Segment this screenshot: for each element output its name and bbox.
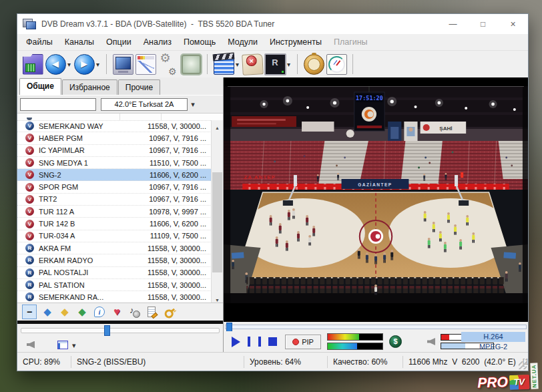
current-channel-status: SNG-2 (BISS/EBU) (71, 356, 244, 368)
teletext-screen-button[interactable] (180, 52, 202, 76)
menu-item-help[interactable]: Помощь (178, 35, 222, 49)
record-dot-icon (292, 339, 299, 345)
scroll-down-icon[interactable] (212, 292, 223, 303)
key-button[interactable] (160, 303, 178, 321)
settings-gears-button[interactable] (157, 52, 180, 76)
list-scrollbar[interactable] (211, 120, 223, 303)
pip-label: PIP (302, 338, 314, 346)
seek-slider-thumb[interactable] (226, 323, 232, 332)
seek-slider[interactable] (225, 325, 527, 329)
channel-row[interactable]: V TRT2 10967, V, 7916 ... (17, 194, 212, 206)
channel-row[interactable]: V SEMERKAND WAY 11558, V, 30000... (17, 120, 212, 132)
channel-row[interactable]: V IC YAPIMLAR 10967, V, 7916 ... (17, 145, 212, 157)
tv-channel-icon: V (25, 158, 34, 167)
scrollbar-thumb[interactable] (212, 172, 222, 272)
channel-name: SPOR PGM (39, 183, 142, 191)
audio-track-button[interactable] (127, 305, 141, 319)
channel-search-input[interactable] (20, 98, 96, 111)
video-panel: ŞAHİ ALONU 17:51:20 (224, 77, 528, 352)
previous-channel-icon (45, 54, 66, 75)
signal-level-bar (327, 333, 383, 341)
menu-item-tools[interactable]: Инструменты (264, 35, 328, 49)
diamond-blue-button[interactable] (41, 305, 54, 319)
diamond-yellow-button[interactable] (58, 305, 71, 319)
close-button[interactable]: × (498, 14, 528, 34)
channel-frequency: 11558, V, 30000... (142, 293, 206, 301)
channel-row[interactable]: V TUR 112 A 10978, V, 9997 ... (17, 206, 212, 218)
stopwatch-button[interactable] (302, 52, 325, 76)
minimize-button[interactable]: — (438, 14, 468, 34)
menu-item-modules[interactable]: Модули (222, 35, 264, 49)
tab-others[interactable]: Прочие (118, 79, 160, 95)
tab-general[interactable]: Общие (19, 78, 61, 95)
satellite-dropdown-caret[interactable] (188, 100, 198, 109)
video-window-button[interactable] (111, 52, 134, 76)
info-balloon-button[interactable] (93, 305, 106, 319)
channel-frequency: 10978, V, 9997 ... (142, 208, 206, 216)
osd-menu-icon[interactable] (57, 341, 68, 349)
edit-page-button[interactable] (145, 305, 158, 319)
volume-slider[interactable] (21, 328, 220, 333)
menu-item-channels[interactable]: Каналы (59, 35, 100, 49)
channel-row[interactable]: V HABER PGM 10967, V, 7916 ... (17, 132, 212, 144)
record-monitor-button[interactable] (264, 52, 286, 76)
channel-row[interactable]: V TUR-034 A 11109, V, 7500 ... (17, 230, 212, 242)
window-title: DVB Dream v3.7.1 - BDA (DVB-Satellite) -… (41, 19, 274, 29)
channel-row[interactable]: V SNG-2 11606, V, 6200 ... (17, 169, 212, 181)
epg-window-button[interactable] (134, 52, 157, 76)
watermark-pro-text: PRO (477, 374, 508, 391)
collapse-button[interactable] (22, 305, 37, 319)
channel-name: SNG MEDYA 1 (39, 159, 142, 167)
dropdown-caret[interactable]: ▾ (234, 61, 241, 68)
channel-frequency: 11558, V, 30000... (142, 281, 206, 289)
delete-eraser-icon (242, 53, 264, 75)
next-channel-button[interactable] (73, 52, 95, 76)
menu-item-analysis[interactable]: Анализ (138, 35, 178, 49)
dropdown-caret[interactable]: ▾ (285, 61, 292, 68)
channel-name: PAL NOSTALJI (39, 268, 142, 276)
stop-button[interactable] (268, 337, 277, 346)
signal-level-status: Уровень: 64% (244, 356, 328, 368)
maximize-button[interactable]: □ (468, 14, 498, 34)
scroll-up-icon[interactable] (212, 120, 223, 130)
channel-row[interactable]: V SPOR PGM 10967, V, 7916 ... (17, 181, 212, 193)
channel-row[interactable]: V SNG MEDYA 1 11510, V, 7500 ... (17, 157, 212, 169)
channel-row[interactable]: R PAL NOSTALJI 11558, V, 30000... (17, 267, 212, 279)
dropdown-caret[interactable]: ▾ (94, 61, 101, 68)
speaker-icon[interactable] (27, 341, 35, 349)
menu-item-files[interactable]: Файлы (20, 35, 59, 49)
arena-scene: ŞAHİ ALONU 17:51:20 (224, 77, 528, 322)
play-button[interactable] (232, 337, 240, 347)
scheduler-clock-button[interactable] (325, 52, 348, 76)
video-frame[interactable]: ŞAHİ ALONU 17:51:20 (224, 77, 528, 322)
channel-row[interactable]: R SEMERKAND RA... 11558, V, 30000... (17, 291, 212, 303)
mute-speaker-icon[interactable] (427, 338, 435, 345)
video-codec-label: H.264 (461, 332, 525, 342)
delete-eraser-button[interactable] (241, 52, 264, 76)
menu-item-options[interactable]: Опции (100, 35, 138, 49)
channel-name: PAL STATION (39, 281, 142, 289)
next-channel-icon (74, 54, 95, 75)
diamond-green-button[interactable] (75, 305, 89, 319)
title-bar[interactable]: DVB Dream v3.7.1 - BDA (DVB-Satellite) -… (17, 14, 528, 34)
open-channel-folder-button[interactable] (21, 52, 44, 76)
pip-button[interactable]: PIP (285, 335, 321, 349)
channel-row[interactable]: R AKRA FM 11558, V, 30000... (17, 242, 212, 254)
osd-dropdown-caret[interactable] (72, 339, 76, 351)
channel-row[interactable]: V TUR 142 B 11606, V, 6200 ... (17, 218, 212, 230)
pause-button[interactable] (248, 337, 261, 347)
codec-info: H.264 MPEG-2 (461, 332, 525, 351)
recordings-clapper-button[interactable] (212, 52, 235, 76)
scoreboard-cube: 17:51:20 (354, 86, 384, 131)
tab-favorites[interactable]: Избранное (62, 79, 117, 95)
satellite-select[interactable]: 42.0°E Tьrksat 2A (101, 98, 188, 111)
channel-row[interactable]: R PAL STATION 11558, V, 30000... (17, 279, 212, 291)
channel-row[interactable]: R ERKAM RADYO 11558, V, 30000... (17, 254, 212, 266)
channel-name: SEMERKAND WAY (39, 122, 142, 130)
dropdown-caret[interactable]: ▾ (65, 61, 73, 68)
watermark-net-text: NET.UA (530, 363, 538, 389)
signal-bars (327, 333, 383, 350)
volume-slider-thumb[interactable] (104, 325, 110, 336)
favorites-heart-button[interactable] (110, 305, 123, 319)
previous-channel-button[interactable] (44, 52, 67, 76)
